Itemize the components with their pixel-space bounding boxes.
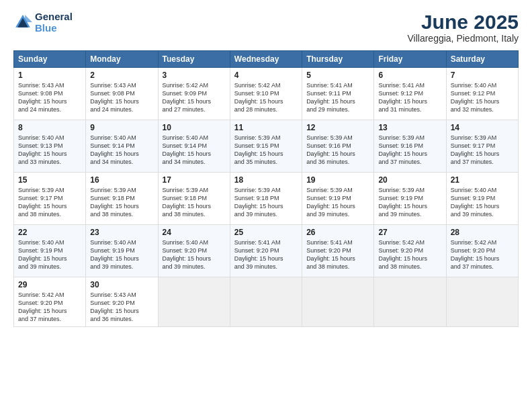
- cell-content: Sunrise: 5:43 AM Sunset: 9:08 PM Dayligh…: [90, 81, 153, 114]
- cell-content: Sunrise: 5:42 AM Sunset: 9:20 PM Dayligh…: [378, 238, 441, 271]
- cell-content: Sunrise: 5:39 AM Sunset: 9:19 PM Dayligh…: [378, 186, 441, 219]
- cell-content: Sunrise: 5:39 AM Sunset: 9:16 PM Dayligh…: [378, 134, 441, 167]
- cell-content: Sunrise: 5:42 AM Sunset: 9:09 PM Dayligh…: [163, 81, 226, 114]
- cell-content: Sunrise: 5:40 AM Sunset: 9:13 PM Dayligh…: [18, 134, 81, 167]
- table-row: 23Sunrise: 5:40 AM Sunset: 9:19 PM Dayli…: [86, 225, 158, 277]
- day-number: 5: [306, 71, 369, 80]
- table-row: 29Sunrise: 5:42 AM Sunset: 9:20 PM Dayli…: [14, 277, 86, 327]
- table-row: 17Sunrise: 5:39 AM Sunset: 9:18 PM Dayli…: [158, 173, 230, 225]
- day-number: 24: [163, 228, 226, 237]
- day-number: 11: [234, 123, 298, 132]
- table-row: [158, 277, 230, 327]
- table-row: 15Sunrise: 5:39 AM Sunset: 9:17 PM Dayli…: [14, 173, 86, 225]
- cell-content: Sunrise: 5:40 AM Sunset: 9:14 PM Dayligh…: [163, 134, 226, 167]
- day-number: 22: [18, 228, 81, 237]
- cell-content: Sunrise: 5:42 AM Sunset: 9:20 PM Dayligh…: [451, 238, 514, 271]
- day-number: 16: [90, 175, 153, 185]
- cell-content: Sunrise: 5:39 AM Sunset: 9:16 PM Dayligh…: [306, 134, 369, 167]
- day-number: 13: [378, 123, 441, 132]
- table-row: 24Sunrise: 5:40 AM Sunset: 9:20 PM Dayli…: [158, 225, 230, 277]
- day-number: 1: [18, 71, 81, 80]
- cell-content: Sunrise: 5:39 AM Sunset: 9:15 PM Dayligh…: [234, 134, 298, 167]
- table-row: 18Sunrise: 5:39 AM Sunset: 9:18 PM Dayli…: [230, 173, 302, 225]
- title-block: June 2025 Villareggia, Piedmont, Italy: [408, 11, 519, 44]
- day-number: 19: [306, 175, 369, 185]
- table-row: 28Sunrise: 5:42 AM Sunset: 9:20 PM Dayli…: [446, 225, 518, 277]
- cell-content: Sunrise: 5:42 AM Sunset: 9:20 PM Dayligh…: [18, 291, 81, 324]
- table-row: 16Sunrise: 5:39 AM Sunset: 9:18 PM Dayli…: [86, 173, 158, 225]
- cell-content: Sunrise: 5:40 AM Sunset: 9:20 PM Dayligh…: [163, 238, 226, 271]
- day-number: 30: [90, 280, 153, 289]
- col-wednesday: Wednesday: [230, 51, 302, 68]
- day-number: 29: [18, 280, 81, 289]
- cell-content: Sunrise: 5:42 AM Sunset: 9:10 PM Dayligh…: [234, 81, 298, 114]
- day-number: 15: [18, 175, 81, 185]
- table-row: 10Sunrise: 5:40 AM Sunset: 9:14 PM Dayli…: [158, 120, 230, 173]
- svg-marker-2: [25, 15, 32, 22]
- table-row: 20Sunrise: 5:39 AM Sunset: 9:19 PM Dayli…: [374, 173, 446, 225]
- table-row: 13Sunrise: 5:39 AM Sunset: 9:16 PM Dayli…: [374, 120, 446, 173]
- header: General Blue June 2025 Villareggia, Pied…: [13, 11, 519, 44]
- day-number: 2: [90, 71, 153, 80]
- cell-content: Sunrise: 5:40 AM Sunset: 9:12 PM Dayligh…: [451, 81, 514, 114]
- cell-content: Sunrise: 5:41 AM Sunset: 9:11 PM Dayligh…: [306, 81, 369, 114]
- day-number: 4: [234, 71, 298, 80]
- col-saturday: Saturday: [446, 51, 518, 68]
- table-row: [374, 277, 446, 327]
- location: Villareggia, Piedmont, Italy: [408, 33, 519, 44]
- table-row: 1Sunrise: 5:43 AM Sunset: 9:08 PM Daylig…: [14, 68, 86, 120]
- day-number: 3: [163, 71, 226, 80]
- logo: General Blue: [13, 11, 73, 34]
- cell-content: Sunrise: 5:39 AM Sunset: 9:17 PM Dayligh…: [451, 134, 514, 167]
- cell-content: Sunrise: 5:40 AM Sunset: 9:19 PM Dayligh…: [451, 186, 514, 219]
- table-row: 14Sunrise: 5:39 AM Sunset: 9:17 PM Dayli…: [446, 120, 518, 173]
- calendar: Sunday Monday Tuesday Wednesday Thursday…: [13, 50, 519, 327]
- cell-content: Sunrise: 5:40 AM Sunset: 9:19 PM Dayligh…: [90, 238, 153, 271]
- day-number: 17: [163, 175, 226, 185]
- logo-icon: [13, 13, 32, 32]
- cell-content: Sunrise: 5:43 AM Sunset: 9:20 PM Dayligh…: [90, 291, 153, 324]
- table-row: 30Sunrise: 5:43 AM Sunset: 9:20 PM Dayli…: [86, 277, 158, 327]
- cell-content: Sunrise: 5:41 AM Sunset: 9:20 PM Dayligh…: [234, 238, 298, 271]
- cell-content: Sunrise: 5:41 AM Sunset: 9:20 PM Dayligh…: [306, 238, 369, 271]
- day-number: 7: [451, 71, 514, 80]
- cell-content: Sunrise: 5:40 AM Sunset: 9:14 PM Dayligh…: [90, 134, 153, 167]
- cell-content: Sunrise: 5:40 AM Sunset: 9:19 PM Dayligh…: [18, 238, 81, 271]
- col-tuesday: Tuesday: [158, 51, 230, 68]
- table-row: 4Sunrise: 5:42 AM Sunset: 9:10 PM Daylig…: [230, 68, 302, 120]
- table-row: 2Sunrise: 5:43 AM Sunset: 9:08 PM Daylig…: [86, 68, 158, 120]
- table-row: 22Sunrise: 5:40 AM Sunset: 9:19 PM Dayli…: [14, 225, 86, 277]
- day-number: 10: [163, 123, 226, 132]
- day-number: 8: [18, 123, 81, 132]
- day-number: 23: [90, 228, 153, 237]
- table-row: [230, 277, 302, 327]
- table-row: 27Sunrise: 5:42 AM Sunset: 9:20 PM Dayli…: [374, 225, 446, 277]
- page: General Blue June 2025 Villareggia, Pied…: [0, 0, 532, 411]
- calendar-header-row: Sunday Monday Tuesday Wednesday Thursday…: [14, 51, 519, 68]
- table-row: 12Sunrise: 5:39 AM Sunset: 9:16 PM Dayli…: [302, 120, 374, 173]
- table-row: 6Sunrise: 5:41 AM Sunset: 9:12 PM Daylig…: [374, 68, 446, 120]
- day-number: 25: [234, 228, 298, 237]
- cell-content: Sunrise: 5:39 AM Sunset: 9:19 PM Dayligh…: [306, 186, 369, 219]
- cell-content: Sunrise: 5:43 AM Sunset: 9:08 PM Dayligh…: [18, 81, 81, 114]
- table-row: 21Sunrise: 5:40 AM Sunset: 9:19 PM Dayli…: [446, 173, 518, 225]
- day-number: 21: [451, 175, 514, 185]
- cell-content: Sunrise: 5:39 AM Sunset: 9:17 PM Dayligh…: [18, 186, 81, 219]
- table-row: 11Sunrise: 5:39 AM Sunset: 9:15 PM Dayli…: [230, 120, 302, 173]
- day-number: 20: [378, 175, 441, 185]
- col-friday: Friday: [374, 51, 446, 68]
- cell-content: Sunrise: 5:41 AM Sunset: 9:12 PM Dayligh…: [378, 81, 441, 114]
- table-row: 5Sunrise: 5:41 AM Sunset: 9:11 PM Daylig…: [302, 68, 374, 120]
- day-number: 18: [234, 175, 298, 185]
- table-row: 25Sunrise: 5:41 AM Sunset: 9:20 PM Dayli…: [230, 225, 302, 277]
- table-row: [302, 277, 374, 327]
- table-row: [446, 277, 518, 327]
- day-number: 27: [378, 228, 441, 237]
- table-row: 7Sunrise: 5:40 AM Sunset: 9:12 PM Daylig…: [446, 68, 518, 120]
- table-row: 9Sunrise: 5:40 AM Sunset: 9:14 PM Daylig…: [86, 120, 158, 173]
- table-row: 26Sunrise: 5:41 AM Sunset: 9:20 PM Dayli…: [302, 225, 374, 277]
- table-row: 8Sunrise: 5:40 AM Sunset: 9:13 PM Daylig…: [14, 120, 86, 173]
- cell-content: Sunrise: 5:39 AM Sunset: 9:18 PM Dayligh…: [234, 186, 298, 219]
- col-monday: Monday: [86, 51, 158, 68]
- day-number: 6: [378, 71, 441, 80]
